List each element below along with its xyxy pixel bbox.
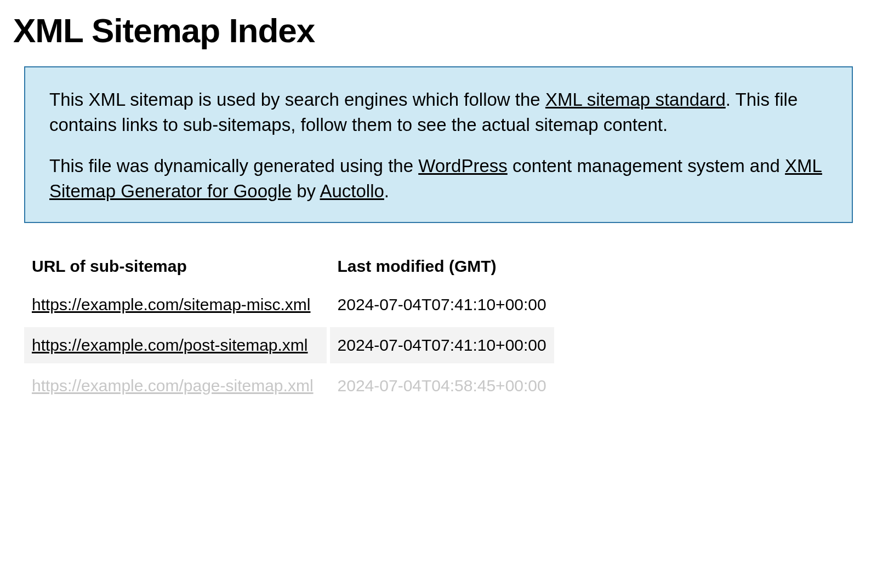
sitemap-table: URL of sub-sitemap Last modified (GMT) h… [21,246,557,408]
notice-text: This XML sitemap is used by search engin… [49,89,545,110]
table-row: https://example.com/post-sitemap.xml 202… [24,327,554,363]
notice-text: by [292,181,320,201]
sitemap-link[interactable]: https://example.com/sitemap-misc.xml [32,295,310,313]
sitemap-link[interactable]: https://example.com/post-sitemap.xml [32,336,308,354]
notice-text: This file was dynamically generated usin… [49,156,418,176]
last-modified-cell: 2024-07-04T07:41:10+00:00 [330,327,554,363]
page-container: XML Sitemap Index This XML sitemap is us… [0,0,877,408]
notice-paragraph-1: This XML sitemap is used by search engin… [49,87,828,137]
table-row: https://example.com/page-sitemap.xml 202… [24,368,554,404]
wordpress-link[interactable]: WordPress [418,156,508,176]
page-title: XML Sitemap Index [13,11,864,50]
notice-paragraph-2: This file was dynamically generated usin… [49,153,828,203]
last-modified-cell: 2024-07-04T07:41:10+00:00 [330,287,554,323]
column-header-modified: Last modified (GMT) [330,250,554,282]
last-modified-cell: 2024-07-04T04:58:45+00:00 [330,368,554,404]
table-row: https://example.com/sitemap-misc.xml 202… [24,287,554,323]
column-header-url: URL of sub-sitemap [24,250,327,282]
notice-text: . [384,181,389,201]
table-header-row: URL of sub-sitemap Last modified (GMT) [24,250,554,282]
xml-standard-link[interactable]: XML sitemap standard [545,89,726,110]
notice-box: This XML sitemap is used by search engin… [24,66,853,223]
auctollo-link[interactable]: Auctollo [320,181,384,201]
notice-text: content management system and [508,156,785,176]
sitemap-link[interactable]: https://example.com/page-sitemap.xml [32,376,314,395]
